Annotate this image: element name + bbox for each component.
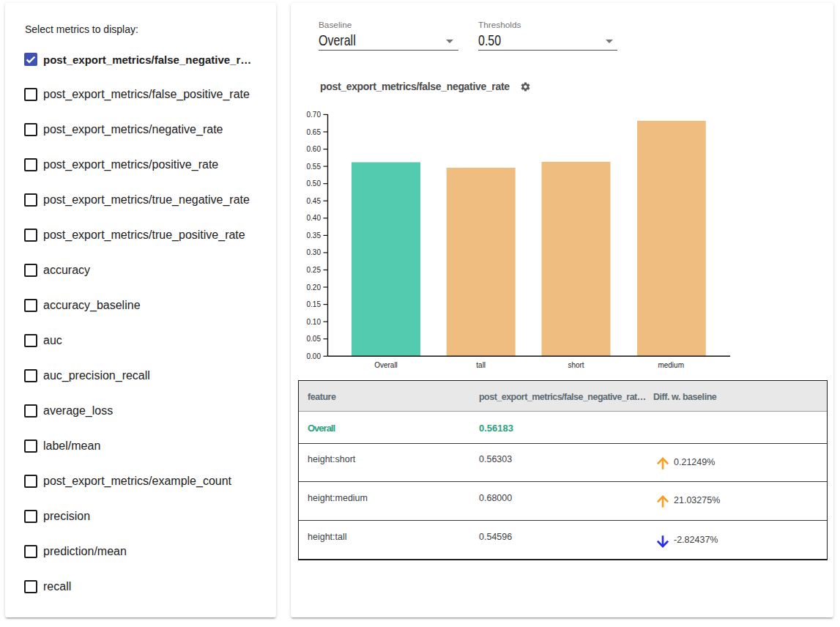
svg-text:0.00: 0.00 — [307, 352, 321, 360]
svg-text:0.70: 0.70 — [307, 111, 321, 119]
svg-text:0.55: 0.55 — [307, 163, 321, 171]
svg-text:0.25: 0.25 — [307, 266, 321, 274]
svg-text:0.45: 0.45 — [307, 197, 321, 205]
svg-text:tall: tall — [476, 361, 486, 369]
svg-text:Overall: Overall — [374, 361, 398, 369]
svg-text:0.40: 0.40 — [307, 214, 321, 222]
svg-text:0.05: 0.05 — [307, 335, 321, 343]
svg-text:0.30: 0.30 — [307, 248, 321, 256]
svg-text:0.20: 0.20 — [307, 283, 321, 292]
svg-text:0.35: 0.35 — [307, 231, 321, 240]
svg-text:0.50: 0.50 — [307, 179, 321, 188]
svg-text:short: short — [568, 361, 584, 369]
svg-text:0.10: 0.10 — [307, 318, 321, 326]
svg-text:0.60: 0.60 — [307, 145, 321, 153]
svg-text:medium: medium — [658, 361, 684, 369]
svg-text:0.65: 0.65 — [307, 128, 321, 136]
svg-text:0.15: 0.15 — [307, 300, 321, 308]
